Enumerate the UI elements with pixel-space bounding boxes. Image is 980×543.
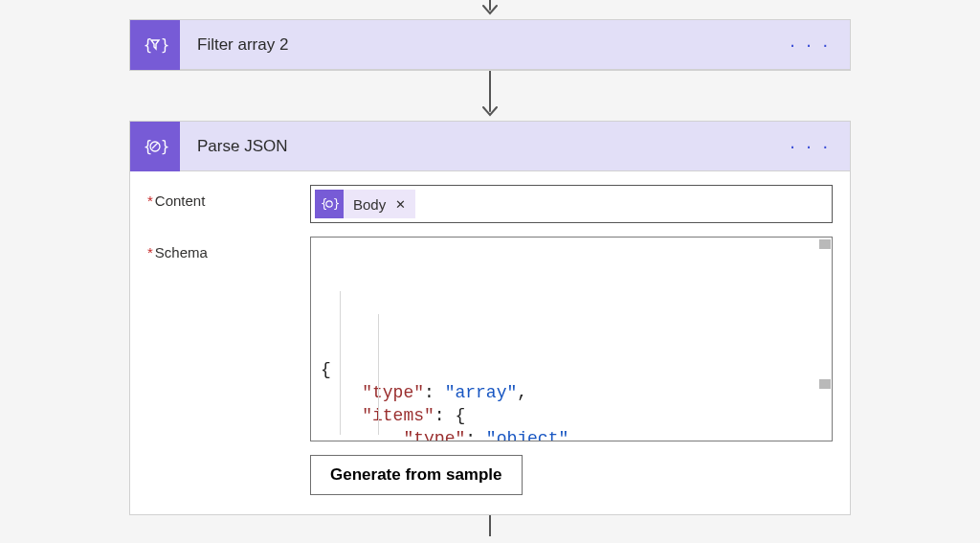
flow-arrow-top [0,0,980,19]
card-title: Parse JSON [180,137,770,156]
flow-arrow-middle [0,71,980,121]
content-label: *Content [147,185,310,209]
schema-field-row: *Schema { "type": "array", "items": { "t… [147,237,833,495]
token-remove-icon[interactable]: ✕ [395,197,415,212]
schema-code-editor[interactable]: { "type": "array", "items": { "type": "o… [310,237,833,441]
svg-text:}: } [161,36,168,54]
schema-label: *Schema [147,237,310,260]
content-field-row: *Content { } Body [147,185,833,223]
card-menu-button[interactable]: · · · [770,34,850,56]
filter-array-card[interactable]: { } Filter array 2 · · · [129,19,851,71]
svg-text:{: { [144,36,152,54]
data-operations-icon: { } [315,190,344,218]
scrollbar[interactable] [818,238,832,441]
body-token[interactable]: { } Body ✕ [315,190,415,218]
svg-text:}: } [333,197,339,211]
flow-connector-bottom [489,515,491,536]
generate-from-sample-button[interactable]: Generate from sample [310,455,523,495]
token-label: Body [344,196,395,213]
content-input[interactable]: { } Body ✕ [310,185,833,223]
filter-icon: { } [130,20,180,70]
svg-text:{: { [144,138,152,155]
svg-text:}: } [161,138,168,155]
card-menu-button[interactable]: · · · [770,135,850,157]
parse-json-icon: { } [130,122,180,171]
card-title: Filter array 2 [180,35,770,55]
parse-json-card[interactable]: { } Parse JSON · · · *Content [129,121,851,515]
